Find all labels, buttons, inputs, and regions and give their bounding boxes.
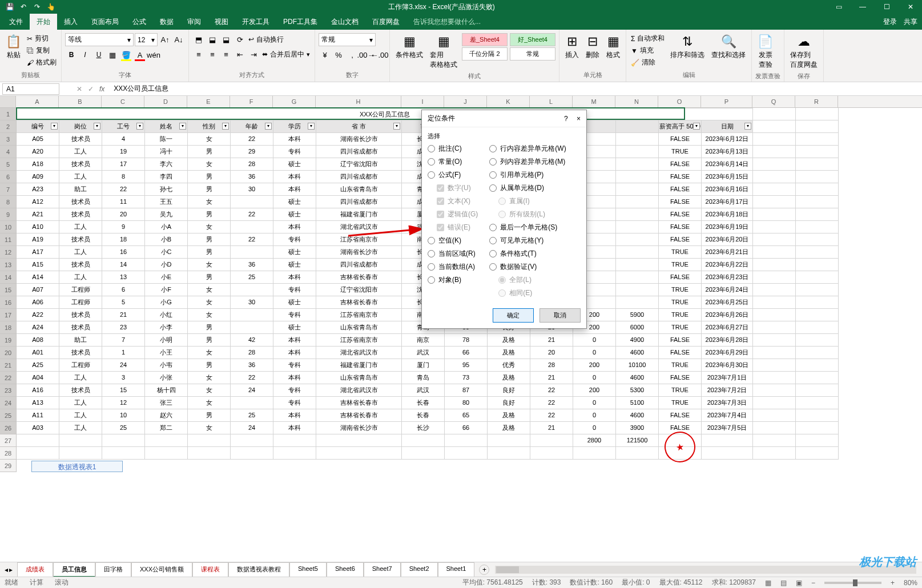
row-header[interactable]: 20 [0, 347, 16, 359]
column-header[interactable]: H [316, 96, 401, 107]
column-header[interactable]: J [444, 96, 487, 107]
sheet-tab[interactable]: Sheet7 [364, 562, 401, 577]
cell[interactable]: 及格 [488, 347, 530, 359]
tab-view[interactable]: 视图 [208, 14, 235, 30]
share-button[interactable]: 共享 [904, 17, 917, 27]
view-layout-icon[interactable]: ▤ [780, 579, 787, 587]
cell[interactable]: 36 [231, 359, 273, 372]
title-cell[interactable]: XXX公司员工信息 [17, 108, 753, 120]
cancel-formula-icon[interactable]: ✕ [77, 85, 82, 93]
cell[interactable]: 22 [231, 372, 273, 384]
bold-button[interactable]: B [65, 49, 78, 61]
cell[interactable]: 4600 [616, 372, 659, 384]
cell[interactable]: 技术员 [59, 309, 102, 321]
cut-button[interactable]: ✂剪切 [26, 33, 58, 44]
cell[interactable]: 10100 [616, 359, 659, 372]
cell[interactable]: A05 [17, 133, 59, 146]
cell[interactable]: A20 [17, 146, 59, 158]
cell[interactable] [753, 171, 796, 183]
enter-formula-icon[interactable]: ✓ [88, 85, 94, 93]
tab-formula[interactable]: 公式 [126, 14, 153, 30]
cell[interactable]: TRUE [659, 309, 702, 321]
cell[interactable]: 性别▾ [188, 120, 231, 133]
new-sheet-button[interactable]: + [479, 565, 489, 575]
cell[interactable]: 73 [445, 372, 488, 384]
sheet-tab[interactable]: 成绩表 [17, 562, 53, 577]
row-header[interactable]: 3 [0, 133, 16, 146]
cell[interactable]: 硕士 [273, 246, 316, 259]
cell[interactable]: 2023年7月4日 [702, 409, 753, 422]
cell[interactable]: 硕士 [273, 158, 316, 171]
cell[interactable]: 29 [231, 146, 273, 158]
cell[interactable] [753, 259, 796, 271]
cell[interactable]: A09 [17, 171, 59, 183]
cell[interactable]: TRUE [659, 259, 702, 271]
help-icon[interactable]: ? [564, 115, 568, 123]
style-comma[interactable]: 千位分隔 2 [462, 47, 508, 61]
cell[interactable] [616, 158, 659, 171]
row-header[interactable]: 8 [0, 196, 16, 208]
merge-center-button[interactable]: ⬌合并后居中▾ [261, 48, 311, 61]
decrease-indent-icon[interactable]: ⇤ [233, 48, 246, 61]
cell[interactable] [796, 133, 839, 146]
cell[interactable]: 2023年6月15日 [702, 171, 753, 183]
cell[interactable]: 工人 [59, 171, 102, 183]
cell[interactable] [753, 108, 796, 120]
underline-button[interactable]: U [92, 49, 105, 61]
cell[interactable] [616, 171, 659, 183]
cell[interactable]: 9 [102, 221, 145, 233]
sheet-tab[interactable]: 数据透视表教程 [228, 562, 289, 577]
cell[interactable]: FALSE [659, 221, 702, 233]
cell[interactable]: 工程师 [59, 296, 102, 309]
save-icon[interactable]: 💾 [5, 2, 15, 12]
cell[interactable]: 工人 [59, 221, 102, 233]
cell[interactable]: 男 [188, 409, 231, 422]
cell[interactable]: 24 [231, 384, 273, 397]
cell[interactable] [796, 334, 839, 347]
row-header[interactable]: 1 [0, 108, 16, 120]
sheet-nav-first-icon[interactable]: ◂ [5, 566, 8, 574]
cell[interactable]: 编号▾ [17, 120, 59, 133]
tab-data[interactable]: 数据 [153, 14, 180, 30]
cell[interactable] [753, 334, 796, 347]
cell[interactable] [753, 409, 796, 422]
cell[interactable] [616, 271, 659, 284]
cell[interactable]: 2023年6月30日 [702, 359, 753, 372]
cell[interactable]: A18 [17, 158, 59, 171]
close-icon[interactable]: ✕ [899, 3, 922, 11]
cell[interactable] [753, 221, 796, 233]
cell[interactable] [796, 409, 839, 422]
cell[interactable]: 2023年6月22日 [702, 259, 753, 271]
cell[interactable] [102, 434, 145, 447]
cell[interactable]: 工号▾ [102, 120, 145, 133]
filter-dropdown-icon[interactable]: ▾ [179, 123, 186, 130]
cell[interactable]: TRUE [659, 146, 702, 158]
filter-dropdown-icon[interactable]: ▾ [393, 123, 400, 130]
cell[interactable] [796, 284, 839, 296]
font-size-dropdown[interactable]: 12▾ [135, 33, 158, 46]
cell[interactable]: 本科 [273, 347, 316, 359]
cell[interactable]: 吉林省长春市 [316, 271, 402, 284]
cell[interactable]: FALSE [659, 183, 702, 196]
cell[interactable]: 技术员 [59, 233, 102, 246]
cell[interactable]: FALSE [659, 409, 702, 422]
style-normal[interactable]: 常规 [510, 47, 555, 61]
cell[interactable]: 21 [530, 422, 573, 434]
cell[interactable] [402, 447, 445, 460]
cell[interactable]: 0 [573, 409, 616, 422]
cell[interactable]: 4900 [616, 334, 659, 347]
delete-cells-button[interactable]: ⊟删除 [583, 33, 602, 61]
tab-review[interactable]: 审阅 [180, 14, 208, 30]
cell[interactable]: 2023年6月19日 [702, 221, 753, 233]
column-header[interactable]: K [487, 96, 530, 107]
cell[interactable]: A07 [17, 284, 59, 296]
increase-font-icon[interactable]: A↑ [159, 33, 171, 46]
cell[interactable]: 专科 [273, 146, 316, 158]
tell-me[interactable]: 告诉我您想要做什么... [406, 14, 488, 30]
cell[interactable] [796, 221, 839, 233]
cell[interactable]: 2800 [573, 434, 616, 447]
cell[interactable]: 女 [188, 259, 231, 271]
cell[interactable]: 2023年6月13日 [702, 146, 753, 158]
column-header[interactable]: I [401, 96, 444, 107]
cell[interactable]: 四川省成都市 [316, 171, 402, 183]
